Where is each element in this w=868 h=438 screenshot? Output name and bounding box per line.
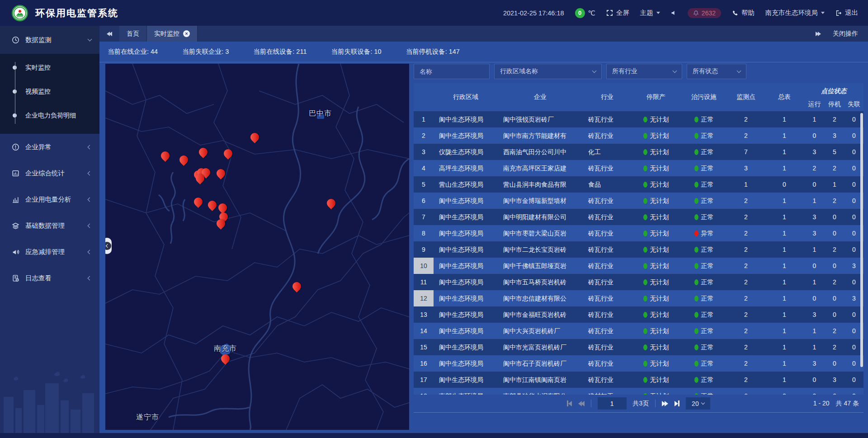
name-filter-field[interactable]	[414, 64, 490, 79]
sidebar-item-alert[interactable]: 企业异常	[0, 134, 99, 160]
table-row[interactable]: 6阆中生态环境局阆中市金博瑞新型墙材砖瓦行业无计划正常21120	[414, 193, 863, 209]
sidebar-submenu: 实时监控视频监控企业电力负荷明细	[0, 54, 99, 134]
industry-filter-select[interactable]: 所有行业	[606, 64, 682, 79]
cell-facility-status: 正常	[680, 193, 727, 209]
name-filter-input[interactable]	[420, 68, 484, 75]
sidebar-item-megaphone[interactable]: 应急减排管理	[0, 239, 99, 265]
cell-running: 3	[804, 144, 825, 160]
cell-total-meters: 1	[764, 372, 804, 388]
cell-region: 仪陇生态环境局	[434, 144, 498, 160]
layers-icon	[12, 222, 19, 230]
sidebar-item-chart[interactable]: 企业用电量分析	[0, 186, 99, 212]
cell-monitor-points: 2	[727, 127, 764, 144]
cell-region: 高坪生态环境局	[434, 160, 498, 176]
gauge-icon	[12, 36, 19, 44]
logout-button[interactable]: 退出	[835, 9, 858, 17]
cell-running: 3	[804, 306, 825, 323]
cell-stopped: 2	[825, 323, 844, 339]
next-page-button[interactable]	[662, 401, 668, 406]
table-row[interactable]: 16阆中生态环境局阆中市石子页岩机砖厂砖瓦行业无计划正常21300	[414, 355, 863, 372]
table-row[interactable]: 12阆中生态环境局阆中市忠信建材有限公砖瓦行业无计划正常21003	[414, 290, 863, 306]
tabs-scroll-left-button[interactable]	[99, 26, 119, 42]
table-row[interactable]: 9阆中生态环境局阆中市二龙长宝页岩砖砖瓦行业无计划正常21120	[414, 241, 863, 258]
cell-facility-status: 正常	[680, 388, 727, 395]
sidebar-item-label: 应急减排管理	[25, 248, 82, 256]
cell-region: 阆中生态环境局	[434, 225, 498, 241]
chevron-down-icon	[592, 69, 597, 73]
table-row[interactable]: 17阆中生态环境局阆中市江南镇阆南页岩砖瓦行业无计划正常21030	[414, 372, 863, 388]
table-row[interactable]: 1阆中生态环境局阆中强锐页岩砖厂砖瓦行业无计划正常21120	[414, 111, 863, 127]
cell-region: 营山生态环境局	[434, 176, 498, 193]
map-panel[interactable]: 巴中市南充市遂宁市	[105, 64, 409, 430]
page-size-select[interactable]: 20	[686, 397, 710, 410]
fullscreen-button[interactable]: 全屏	[606, 9, 629, 17]
tab-close-icon[interactable]: ×	[183, 30, 190, 37]
cell-monitor-points: 2	[727, 290, 764, 306]
logout-icon	[835, 10, 842, 16]
cell-running: 1	[804, 339, 825, 355]
table-row[interactable]: 10阆中生态环境局阆中千佛镇五郎垭页岩砖瓦行业无计划正常21003	[414, 258, 863, 274]
region-filter-select[interactable]: 行政区域名称	[494, 64, 602, 79]
mute-button[interactable]	[671, 10, 677, 16]
stat-item: 当前在线企业: 44	[108, 47, 158, 56]
column-header-limit: 停限产	[632, 83, 680, 111]
theme-dropdown[interactable]: 主题	[640, 9, 660, 17]
panel-collapse-button[interactable]	[105, 238, 112, 254]
notification-counter[interactable]: 2632	[688, 8, 721, 18]
status-dot-icon	[694, 198, 698, 204]
table-row[interactable]: 8阆中生态环境局阆中市枣碧大梁山页岩砖瓦行业无计划异常21300	[414, 225, 863, 241]
cell-stopped: 5	[825, 144, 844, 160]
table-row[interactable]: 4高坪生态环境局南充市高坪区王家店建砖瓦行业无计划正常31220	[414, 160, 863, 176]
status-dot-icon	[694, 361, 698, 367]
column-header-points: 监测点	[727, 83, 764, 111]
fullscreen-label: 全屏	[616, 9, 629, 17]
close-operations-button[interactable]: 关闭操作	[833, 30, 858, 38]
table-row[interactable]: 3仪陇生态环境局西南油气田分公司川中化工无计划正常71350	[414, 144, 863, 160]
cell-running: 2	[804, 160, 825, 176]
page-number-input[interactable]	[598, 397, 627, 410]
cell-limit-status: 无计划	[632, 323, 680, 339]
industry-filter-value: 所有行业	[612, 67, 669, 75]
cell-monitor-points: 2	[727, 241, 764, 258]
cell-monitor-points: 1	[727, 176, 764, 193]
cell-industry: 砖瓦行业	[583, 274, 632, 290]
cell-facility-status: 正常	[680, 258, 727, 274]
table-scrollbar[interactable]	[860, 113, 863, 367]
map-city-label: 巴中市	[309, 109, 332, 118]
tabs-scroll-right-button[interactable]	[816, 32, 821, 36]
top-header: 环保用电监管系统 2021-02-25 17:46:18 0 ℃ 全屏 主题	[0, 0, 868, 26]
table-row[interactable]: 15阆中生态环境局阆中市光富页岩机砖厂砖瓦行业无计划正常21120	[414, 339, 863, 355]
cell-monitor-points: 2	[727, 274, 764, 290]
cell-limit-status: 无计划	[632, 306, 680, 323]
column-header-industry: 行业	[583, 83, 632, 111]
table-row[interactable]: 14阆中生态环境局阆中大兴页岩机砖厂砖瓦行业无计划正常21120	[414, 323, 863, 339]
sidebar-item-log[interactable]: 日志查看	[0, 265, 99, 291]
filter-bar: 行政区域名称 所有行业 所有状态	[414, 64, 863, 79]
first-page-button[interactable]	[567, 400, 572, 406]
cell-total-meters: 1	[764, 111, 804, 127]
cell-stopped: 0	[825, 258, 844, 274]
tab-realtime-monitor[interactable]: 实时监控 ×	[147, 26, 198, 42]
cell-industry: 砖瓦行业	[583, 241, 632, 258]
sidebar-item-gauge[interactable]: 数据监测	[0, 26, 99, 54]
table-row[interactable]: 2阆中生态环境局阆中市南方节能建材有砖瓦行业无计划正常21030	[414, 127, 863, 144]
table-row[interactable]: 7阆中生态环境局阆中明阳建材有限公司砖瓦行业无计划正常21300	[414, 209, 863, 225]
org-dropdown[interactable]: 南充市生态环境局	[765, 9, 825, 17]
status-dot-icon	[643, 263, 647, 269]
sidebar-item-layers[interactable]: 基础数据管理	[0, 212, 99, 239]
help-button[interactable]: 帮助	[732, 9, 755, 17]
status-filter-select[interactable]: 所有状态	[687, 64, 746, 79]
sidebar-item-stats[interactable]: 企业综合统计	[0, 160, 99, 186]
tab-home[interactable]: 首页	[119, 26, 147, 42]
table-row[interactable]: 18南部生态环境局南部县砂华水泥有限公建材加工无计划正常60060	[414, 388, 863, 395]
table-row[interactable]: 13阆中生态环境局阆中市金福旺页岩机砖砖瓦行业无计划正常21300	[414, 306, 863, 323]
table-row[interactable]: 5营山生态环境局营山县润丰肉食品有限食品无计划正常10010	[414, 176, 863, 193]
cell-stopped: 2	[825, 241, 844, 258]
row-index: 5	[414, 176, 434, 193]
cell-region: 阆中生态环境局	[434, 274, 498, 290]
cell-facility-status: 正常	[680, 339, 727, 355]
table-row[interactable]: 11阆中生态环境局阆中市五马桥页岩机砖砖瓦行业无计划正常21120	[414, 274, 863, 290]
cell-limit-status: 无计划	[632, 209, 680, 225]
last-page-button[interactable]	[675, 400, 679, 406]
previous-page-button[interactable]	[578, 401, 585, 406]
